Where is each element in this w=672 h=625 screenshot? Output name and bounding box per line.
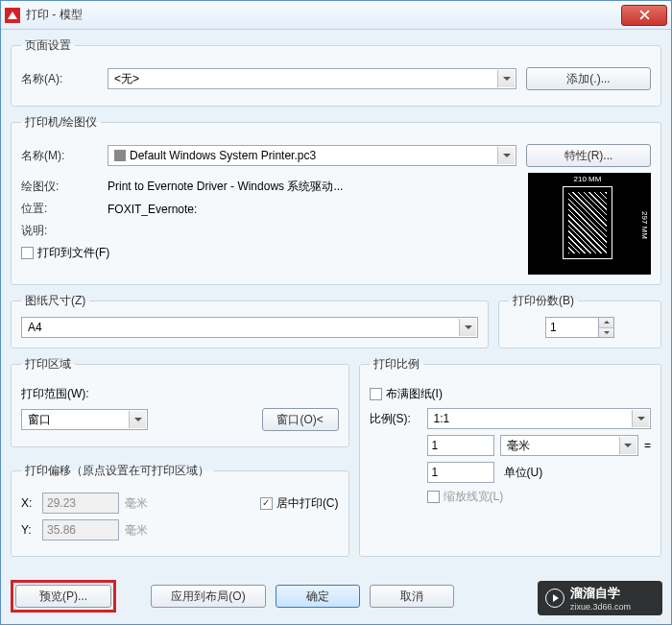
chevron-down-icon xyxy=(619,437,636,454)
offset-x-label: X: xyxy=(21,496,42,510)
page-setup-legend: 页面设置 xyxy=(21,37,75,54)
offset-y-label: Y: xyxy=(21,523,42,537)
window-title: 打印 - 模型 xyxy=(26,7,83,23)
plot-scale-group: 打印比例 布满图纸(I) 比例(S): 1:1 xyxy=(359,356,661,557)
plotter-value: Print to Evernote Driver - Windows 系统驱动.… xyxy=(108,179,343,195)
printer-name-combo[interactable]: Default Windows System Printer.pc3 xyxy=(108,145,516,166)
plot-range-value: 窗口 xyxy=(28,412,51,428)
fit-to-paper-checkbox[interactable] xyxy=(370,388,382,400)
apply-layout-button[interactable]: 应用到布局(O) xyxy=(151,585,266,608)
scale-combo[interactable]: 1:1 xyxy=(427,408,651,429)
offset-x-unit: 毫米 xyxy=(125,495,148,512)
equals-label: = xyxy=(644,439,651,452)
offset-y-input xyxy=(42,519,119,541)
page-setup-group: 页面设置 名称(A): <无> 添加(.)... xyxy=(11,37,661,107)
plot-area-legend: 打印区域 xyxy=(21,356,75,373)
page-name-label: 名称(A): xyxy=(21,71,108,87)
plot-scale-legend: 打印比例 xyxy=(370,356,423,373)
scale-lineweights-label: 缩放线宽(L) xyxy=(444,489,504,505)
paper-size-combo[interactable]: A4 xyxy=(21,317,478,338)
print-to-file-checkbox[interactable] xyxy=(21,247,34,259)
printer-name-label: 名称(M): xyxy=(21,148,108,164)
plot-range-label: 打印范围(W): xyxy=(21,386,89,402)
copies-group: 打印份数(B) xyxy=(498,293,661,349)
chevron-down-icon xyxy=(632,410,649,427)
close-icon xyxy=(639,10,650,20)
printer-legend: 打印机/绘图仪 xyxy=(21,114,101,131)
printer-icon xyxy=(114,150,126,161)
plot-range-combo[interactable]: 窗口 xyxy=(21,409,148,430)
paper-size-group: 图纸尺寸(Z) A4 xyxy=(11,293,489,349)
page-name-combo[interactable]: <无> xyxy=(108,68,516,89)
preview-button[interactable]: 预览(P)... xyxy=(15,585,111,608)
scale-denominator-input[interactable] xyxy=(427,462,494,483)
scale-value: 1:1 xyxy=(434,412,450,425)
print-to-file-label: 打印到文件(F) xyxy=(37,245,109,261)
copies-legend: 打印份数(B) xyxy=(509,293,578,309)
where-value: FOXIT_Evernote: xyxy=(108,203,197,216)
watermark: 溜溜自学 zixue.3d66.com xyxy=(538,581,662,615)
copies-input[interactable] xyxy=(545,317,599,338)
printer-name-value: Default Windows System Printer.pc3 xyxy=(130,149,316,162)
scale-unit-value: 毫米 xyxy=(507,438,530,454)
scale-label: 比例(S): xyxy=(370,411,427,427)
chevron-down-icon xyxy=(497,147,515,164)
titlebar: 打印 - 模型 xyxy=(1,1,671,30)
scale-unit-combo[interactable]: 毫米 xyxy=(500,435,638,456)
desc-label: 说明: xyxy=(21,223,108,239)
page-name-value: <无> xyxy=(114,71,139,87)
close-button[interactable] xyxy=(621,5,667,26)
preview-width-label: 210 MM xyxy=(563,175,612,183)
scale-lineweights-checkbox[interactable] xyxy=(427,491,440,503)
center-plot-checkbox[interactable] xyxy=(260,497,273,510)
center-plot-label: 居中打印(C) xyxy=(276,495,339,512)
paper-size-value: A4 xyxy=(28,321,42,334)
where-label: 位置: xyxy=(21,201,108,217)
window-select-button[interactable]: 窗口(O)< xyxy=(262,408,339,431)
paper-size-legend: 图纸尺寸(Z) xyxy=(21,293,89,309)
ok-button[interactable]: 确定 xyxy=(276,585,360,608)
cancel-button[interactable]: 取消 xyxy=(370,585,454,608)
print-dialog: 打印 - 模型 页面设置 名称(A): <无> 添加(.)... 打印机/绘图仪… xyxy=(0,0,672,625)
offset-x-input xyxy=(42,493,119,514)
plot-area-group: 打印区域 打印范围(W): 窗口 窗口(O)< xyxy=(11,356,349,447)
add-page-setup-button[interactable]: 添加(.)... xyxy=(526,67,651,90)
printer-properties-button[interactable]: 特性(R)... xyxy=(526,144,651,167)
chevron-down-icon xyxy=(497,70,515,87)
plot-offset-legend: 打印偏移（原点设置在可打印区域） xyxy=(21,463,213,479)
chevron-down-icon xyxy=(129,411,146,428)
plot-offset-group: 打印偏移（原点设置在可打印区域） X: 毫米 居中打印(C) Y: 毫米 xyxy=(11,463,349,557)
chevron-down-icon xyxy=(459,319,476,336)
fit-to-paper-label: 布满图纸(I) xyxy=(386,386,443,402)
scale-numerator-input[interactable] xyxy=(427,435,494,456)
offset-y-unit: 毫米 xyxy=(125,522,148,539)
app-logo-icon xyxy=(5,8,20,23)
preview-height-label: 297 MM xyxy=(640,211,649,239)
printer-group: 打印机/绘图仪 名称(M): Default Windows System Pr… xyxy=(11,114,661,285)
copies-spinner[interactable] xyxy=(599,317,614,338)
paper-preview: 210 MM 297 MM xyxy=(528,173,651,275)
units-label: 单位(U) xyxy=(504,465,543,481)
watermark-brand: 溜溜自学 xyxy=(570,585,631,602)
plotter-label: 绘图仪: xyxy=(21,179,108,195)
watermark-url: zixue.3d66.com xyxy=(570,602,631,612)
preview-highlight: 预览(P)... xyxy=(11,580,116,613)
play-icon xyxy=(545,589,564,608)
